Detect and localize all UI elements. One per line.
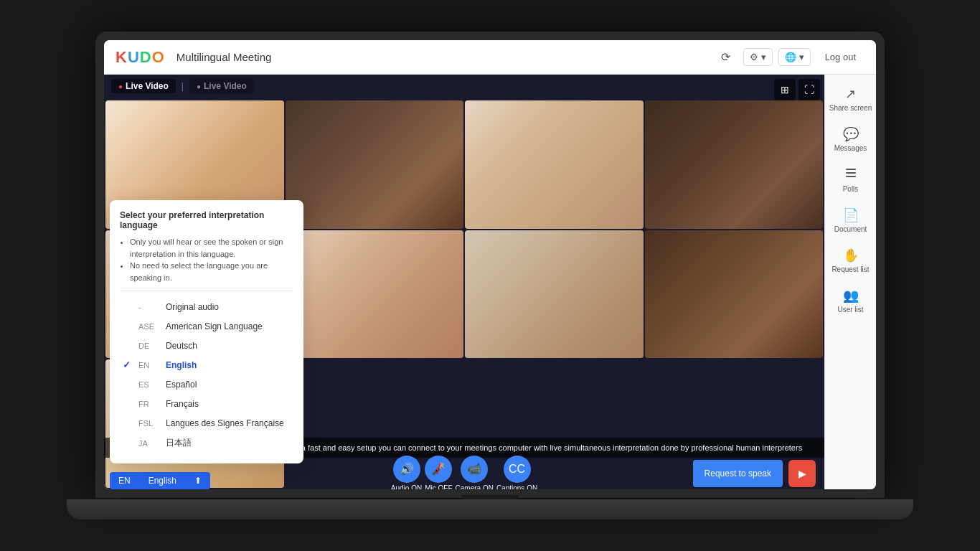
messages-label: Messages (834, 144, 867, 152)
request-speak-button[interactable]: Request to speak (693, 460, 783, 487)
lang-option-de[interactable]: DE Deutsch (120, 336, 293, 355)
document-label: Document (834, 225, 867, 233)
captions-icon: CC (504, 456, 531, 483)
language-button[interactable]: 🌐 ▾ (778, 48, 811, 66)
lang-select-button[interactable]: EN English ⬆ (110, 472, 210, 489)
layout-grid-button[interactable]: ⊞ (774, 79, 796, 100)
refresh-button[interactable]: ⟳ (715, 46, 738, 69)
live-label-2: Live Video (204, 81, 247, 91)
lang-code-ase: ASE (138, 322, 160, 331)
document-button[interactable]: 📄 Document (825, 202, 876, 239)
svg-rect-0 (846, 169, 856, 170)
lang-select-code: EN (118, 476, 131, 486)
lang-option-fr[interactable]: FR Français (120, 394, 293, 413)
separator: | (182, 81, 184, 91)
mic-icon: 🎤 / (425, 456, 452, 483)
video-cell-7 (465, 230, 644, 359)
lang-check-ase (123, 321, 133, 331)
lang-check-de (123, 340, 133, 351)
lang-info-item-1: Only you will hear or see the spoken or … (130, 236, 293, 260)
video-controls-tr: ⊞ ⛶ (774, 79, 820, 100)
audio-label: Audio ON (391, 484, 422, 490)
video-cell-6 (286, 230, 464, 359)
lang-select-chevron: ⬆ (194, 476, 202, 486)
fullscreen-button[interactable]: ⛶ (798, 79, 820, 100)
request-list-icon: ✋ (843, 248, 859, 263)
lang-check-ja (123, 438, 133, 448)
share-screen-icon: ↗ (845, 86, 856, 102)
messages-button[interactable]: 💬 Messages (825, 121, 876, 158)
lang-label-de: Deutsch (166, 341, 197, 351)
camera-button[interactable]: 📹 Camera ON (456, 456, 494, 490)
settings-button[interactable]: ⚙ ▾ (743, 48, 773, 66)
app-container: KUDO Multilingual Meeting ⟳ ⚙ ▾ 🌐 ▾ (104, 40, 876, 489)
lang-code-es: ES (138, 380, 160, 389)
audio-button[interactable]: 🔊 Audio ON (391, 456, 422, 490)
lang-check-fsl (123, 418, 133, 428)
settings-icon: ⚙ (750, 52, 758, 62)
lang-code-en: EN (138, 361, 160, 369)
bottom-right-controls: Request to speak ▶ (640, 460, 816, 487)
screen-bezel: KUDO Multilingual Meeting ⟳ ⚙ ▾ 🌐 ▾ (95, 32, 885, 498)
lang-label-en: English (166, 360, 197, 370)
lang-selector: Select your preferred interpretation lan… (110, 472, 210, 489)
lang-dropdown-info: Only you will hear or see the spoken or … (120, 236, 293, 283)
captions-button[interactable]: CC Captions ON (496, 456, 537, 490)
bottom-center-controls: 🔊 Audio ON 🎤 / Mic OFF (288, 456, 640, 490)
svg-rect-2 (846, 176, 856, 177)
live-dot-1: ● (118, 83, 123, 90)
lang-label-fr: Français (166, 399, 199, 409)
bottom-toolbar: Select your preferred interpretation lan… (104, 458, 824, 489)
lang-check-en: ✓ (123, 359, 133, 370)
mic-label: Mic OFF (425, 484, 452, 490)
lang-option-ja[interactable]: JA 日本語 (120, 433, 293, 453)
right-sidebar: ↗ Share screen 💬 Messages (824, 75, 876, 489)
meeting-title: Multilingual Meeting (176, 51, 715, 63)
user-list-label: User list (837, 306, 863, 314)
document-icon: 📄 (843, 207, 859, 223)
share-screen-button[interactable]: ↗ Share screen (825, 80, 876, 118)
main-content: ● Live Video | ● Live Video ⊞ (104, 75, 876, 489)
user-list-button[interactable]: 👥 User list (825, 282, 876, 319)
lang-option-es[interactable]: ES Español (120, 375, 293, 394)
laptop-screen: KUDO Multilingual Meeting ⟳ ⚙ ▾ 🌐 ▾ (104, 40, 876, 489)
captions-label: Captions ON (496, 484, 537, 490)
live-dot-2: ● (197, 83, 201, 90)
request-list-label: Request list (831, 265, 869, 273)
video-cell-4 (645, 100, 824, 229)
audio-icon: 🔊 (393, 456, 420, 483)
video-cell-2 (286, 100, 464, 229)
lang-check-fr (123, 398, 133, 409)
lang-label-fsl: Langues des Signes Française (166, 418, 284, 428)
settings-chevron: ▾ (761, 52, 766, 62)
lang-option-en[interactable]: ✓ EN English (120, 355, 293, 375)
logo-text: KUDO (116, 48, 165, 67)
lang-option-original[interactable]: - Original audio (120, 297, 293, 316)
lang-code-de: DE (138, 342, 160, 350)
messages-icon: 💬 (843, 126, 859, 142)
lang-option-ase[interactable]: ASE American Sign Language (120, 316, 293, 336)
polls-label: Polls (843, 185, 859, 193)
lang-code-original: - (138, 303, 160, 311)
lang-label-es: Español (166, 380, 197, 390)
camera-label: Camera ON (456, 484, 494, 490)
polls-icon (844, 166, 857, 183)
header-actions: ⟳ ⚙ ▾ 🌐 ▾ Log out (715, 46, 864, 69)
polls-button[interactable]: Polls (825, 161, 876, 199)
mic-button[interactable]: 🎤 / Mic OFF (425, 456, 452, 490)
svg-rect-1 (846, 172, 856, 174)
laptop-base (67, 499, 913, 519)
live-label-1: Live Video (126, 81, 169, 91)
request-list-button[interactable]: ✋ Request list (825, 242, 876, 279)
live-badge-1: ● Live Video (111, 79, 176, 93)
lang-label-original: Original audio (166, 302, 219, 312)
lang-label-ase: American Sign Language (166, 321, 263, 331)
lang-divider (120, 291, 293, 291)
logo: KUDO (116, 48, 165, 67)
leave-button[interactable]: ▶ (788, 460, 816, 487)
lang-code-fr: FR (138, 400, 160, 408)
logout-button[interactable]: Log out (816, 49, 864, 65)
user-list-icon: 👥 (843, 288, 859, 303)
header: KUDO Multilingual Meeting ⟳ ⚙ ▾ 🌐 ▾ (104, 40, 876, 75)
lang-option-fsl[interactable]: FSL Langues des Signes Française (120, 413, 293, 433)
